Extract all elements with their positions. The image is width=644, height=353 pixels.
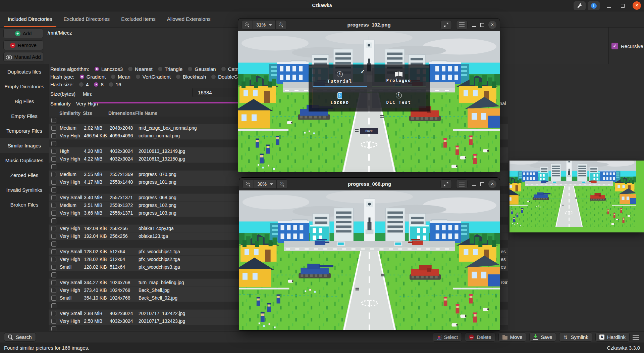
divider	[608, 28, 609, 64]
viewer-menu-button[interactable]	[456, 179, 468, 189]
tab-allowed-extensions[interactable]: Allowed Extensions	[161, 11, 216, 27]
row-checkbox[interactable]	[51, 141, 56, 146]
row-checkbox[interactable]	[51, 241, 56, 247]
sidebar-item-empty-directories[interactable]: Empty Directories	[0, 79, 49, 94]
remove-directory-button[interactable]: Remove	[3, 40, 43, 50]
header-size[interactable]: Size	[83, 110, 92, 117]
row-checkbox[interactable]	[51, 126, 56, 131]
row-checkbox[interactable]	[51, 172, 56, 177]
tab-included-directories[interactable]: Included Directories	[2, 11, 58, 27]
zoom-out-button[interactable]: −	[243, 179, 254, 189]
viewer-maximize-button[interactable]	[480, 182, 484, 186]
sidebar-item-temporary-files[interactable]: Temporary Files	[0, 123, 49, 138]
hash-size-option-16[interactable]: 16	[109, 82, 121, 87]
row-checkbox[interactable]	[51, 218, 56, 223]
search-button[interactable]: Search	[4, 333, 36, 342]
add-directory-button[interactable]: Add	[3, 29, 43, 38]
hash-type-option-blockhash[interactable]: Blockhash	[176, 74, 206, 80]
sidebar-item-similar-images[interactable]: Similar Images	[0, 138, 49, 153]
directory-path-row[interactable]: /mnt/Miecz	[48, 29, 72, 37]
row-checkbox[interactable]	[51, 164, 56, 169]
row-checkbox[interactable]	[51, 249, 56, 254]
row-checkbox[interactable]	[51, 211, 56, 216]
zoom-level-dropdown[interactable]: 30%	[254, 179, 276, 189]
sidebar-item-invalid-symlinks[interactable]: Invalid Symlinks	[0, 182, 49, 197]
viewer-close-button[interactable]	[488, 21, 496, 29]
save-button[interactable]: Save	[529, 333, 556, 342]
move-button[interactable]: Move	[498, 333, 527, 342]
sidebar-item-zeroed-files[interactable]: Zeroed Files	[0, 168, 49, 182]
cell-c0: Small	[60, 263, 71, 271]
resize-algorithm-option-lanczos3[interactable]: Lanczos3	[94, 66, 123, 72]
hash-size-option-4[interactable]: 4	[79, 82, 89, 87]
viewer-headerbar[interactable]: progress_068.png − 30% +	[239, 178, 500, 191]
fullscreen-button[interactable]	[440, 179, 452, 189]
cell-c0: Very High	[60, 209, 80, 217]
row-checkbox[interactable]	[51, 257, 56, 262]
row-checkbox[interactable]	[51, 288, 56, 293]
settings-wrench-button[interactable]	[574, 1, 586, 10]
cell-c0: Medium	[60, 124, 76, 132]
tab-excluded-directories[interactable]: Excluded Directories	[58, 11, 116, 27]
row-checkbox[interactable]	[51, 319, 56, 324]
row-checkbox[interactable]	[51, 226, 56, 231]
zoom-level-dropdown[interactable]: 31%	[253, 20, 275, 30]
minimize-button[interactable]	[606, 3, 612, 9]
fullscreen-button[interactable]	[440, 20, 452, 30]
select-button[interactable]: Select	[433, 333, 462, 342]
cell-c1: 354.10 KiB	[84, 294, 107, 302]
about-info-button[interactable]: i	[588, 1, 600, 10]
row-checkbox[interactable]	[51, 118, 56, 123]
row-checkbox[interactable]	[51, 280, 56, 285]
delete-button[interactable]: Delete	[465, 333, 495, 342]
zoom-in-button[interactable]: +	[276, 179, 288, 189]
viewer-menu-button[interactable]	[456, 20, 468, 30]
restore-button[interactable]	[619, 3, 626, 9]
row-checkbox[interactable]	[51, 149, 56, 154]
recursive-toggle[interactable]: Recursive	[611, 43, 643, 49]
row-checkbox[interactable]	[51, 187, 56, 192]
sidebar-item-broken-files[interactable]: Broken Files	[0, 197, 49, 212]
viewer-headerbar[interactable]: progress_102.png − 31% +	[238, 18, 500, 32]
manual-add-button[interactable]: Manual Add	[3, 52, 43, 62]
row-checkbox[interactable]	[51, 234, 56, 239]
resize-algorithm-option-triangle[interactable]: Triangle	[158, 66, 183, 72]
hash-type-option-vertgradient[interactable]: VertGradient	[136, 74, 171, 80]
symlink-button[interactable]: Symlink	[559, 333, 592, 342]
header-similarity[interactable]: Similarity	[59, 110, 80, 117]
zoom-in-button[interactable]: +	[275, 20, 287, 30]
hash-type-option-gradient[interactable]: Gradient	[79, 74, 106, 80]
tab-excluded-items[interactable]: Excluded Items	[115, 11, 161, 27]
header-file-name[interactable]: File Name	[135, 110, 157, 117]
row-checkbox[interactable]	[51, 203, 56, 208]
row-checkbox[interactable]	[51, 157, 56, 162]
row-checkbox[interactable]	[51, 311, 56, 316]
row-checkbox[interactable]	[51, 180, 56, 185]
sidebar-item-duplicates-files[interactable]: Duplicates files	[0, 64, 49, 79]
viewer-close-button[interactable]	[488, 180, 496, 188]
viewer-minimize-button[interactable]	[472, 26, 476, 27]
resize-algorithm-option-gaussian[interactable]: Gaussian	[187, 66, 216, 72]
sidebar-item-music-duplicates[interactable]: Music Duplicates	[0, 153, 49, 168]
row-checkbox[interactable]	[51, 272, 56, 277]
toolbar-menu-icon[interactable]	[633, 335, 639, 340]
viewer-minimize-button[interactable]	[472, 185, 476, 186]
zoom-level-value: 31%	[256, 22, 266, 28]
sidebar-item-big-files[interactable]: Big Files	[0, 94, 49, 108]
hash-size-option-8[interactable]: 8	[94, 82, 103, 87]
row-checkbox[interactable]	[51, 195, 56, 200]
hardlink-button[interactable]: Hardlink	[595, 333, 630, 342]
row-checkbox[interactable]	[51, 303, 56, 308]
hash-type-option-mean[interactable]: Mean	[111, 74, 130, 80]
header-dimensions[interactable]: Dimensions	[108, 110, 135, 117]
close-button[interactable]	[633, 1, 641, 10]
row-checkbox[interactable]	[51, 133, 56, 138]
resize-algorithm-option-nearest[interactable]: Nearest	[128, 66, 153, 72]
sidebar-item-empty-files[interactable]: Empty Files	[0, 108, 49, 123]
viewer-maximize-button[interactable]	[480, 23, 484, 27]
hash-size-option-label: 4	[86, 82, 89, 87]
row-checkbox[interactable]	[51, 296, 56, 301]
row-checkbox[interactable]	[51, 326, 56, 331]
row-checkbox[interactable]	[51, 265, 56, 270]
zoom-out-button[interactable]: −	[241, 20, 253, 30]
